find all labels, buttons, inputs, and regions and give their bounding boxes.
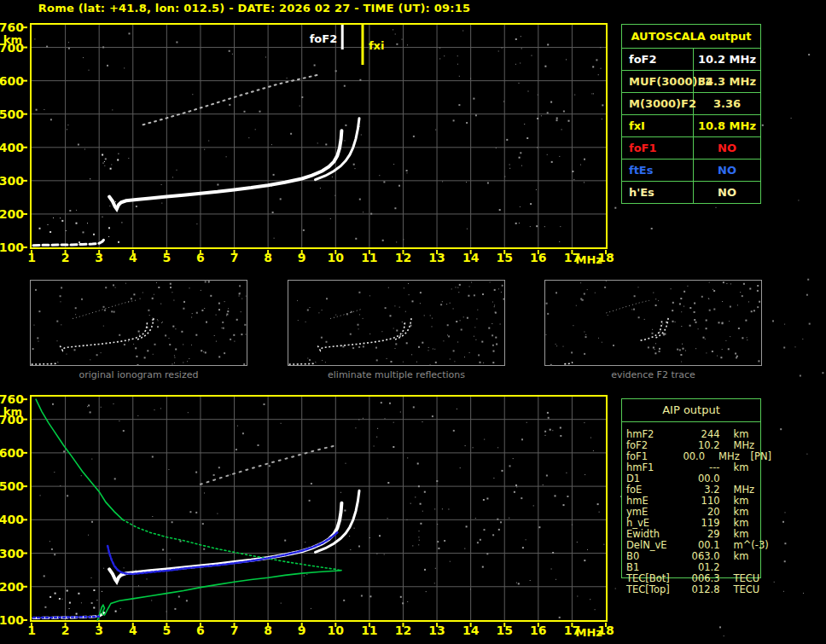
autoscala-row-ftEs: ftEsNO [622, 159, 760, 181]
y-axis-unit-label: km [3, 33, 22, 46]
aip-table-rows: hmF2244kmfoF210.2MHzfoF100.0MHz[PN]hmF1-… [626, 429, 771, 595]
x-tick-label: 10 [328, 251, 345, 264]
top-ionogram-plot: 123456789101112131415161718MHz7607006005… [30, 23, 608, 249]
aip-value: 012.8 [683, 584, 720, 595]
autoscala-table-header: AUTOSCALA output [622, 25, 760, 48]
bottom-ionogram-plot: 123456789101112131415161718MHz7607006005… [30, 395, 608, 622]
y-axis-unit-label: km [3, 405, 22, 418]
autoscala-row-foF2: foF210.2 MHz [622, 48, 760, 70]
autoscala-row-label: ftEs [622, 160, 694, 181]
thumbnail-original-canvas [31, 281, 247, 365]
autoscala-row-label: MUF(3000)F2 [622, 71, 694, 92]
x-tick-label: 4 [129, 251, 137, 264]
aip-extra: [PN] [750, 451, 771, 462]
y-tick-label: 760 [0, 20, 24, 34]
y-tick-label: 760 [0, 392, 24, 406]
aip-table-header: AIP output [622, 399, 760, 422]
x-tick-label: 13 [428, 624, 445, 637]
autoscala-row-value: 34.3 MHz [694, 71, 760, 92]
x-tick-label: 5 [162, 624, 171, 637]
autoscala-row-value: 10.2 MHz [694, 49, 760, 70]
x-tick-label: 9 [298, 251, 306, 264]
thumbnail-evidence-f2-trace [544, 280, 762, 366]
x-tick-label: 8 [264, 624, 272, 637]
autoscala-row-h'Es: h'EsNO [622, 181, 760, 203]
y-tick-label: 500 [0, 107, 24, 121]
thumbnail-eliminate-reflections [288, 280, 505, 366]
x-tick-label: 16 [530, 251, 546, 264]
x-tick-label: 15 [496, 624, 512, 637]
autoscala-row-label: foF2 [622, 49, 694, 70]
aip-row-hmE: hmE110km [626, 496, 771, 507]
y-tick-label: 600 [0, 74, 24, 88]
thumbnail-caption-original: original ionogram resized [30, 369, 247, 380]
aip-label: TEC[Top] [626, 584, 683, 595]
x-tick-label: 14 [462, 624, 480, 637]
top-ionogram-canvas: 123456789101112131415161718MHz7607006005… [32, 25, 606, 247]
autoscala-row-value: 3.36 [694, 93, 760, 114]
thumbnail-evidence-canvas [545, 281, 761, 365]
x-axis-unit-label: MHz [576, 253, 602, 266]
y-tick-label: 500 [0, 479, 24, 493]
y-tick-label: 300 [0, 547, 24, 560]
y-tick-label: 200 [0, 207, 24, 221]
aip-row-TEC[Top]: TEC[Top]012.8TECU [626, 584, 771, 595]
autoscala-table-rows: foF210.2 MHzMUF(3000)F234.3 MHzM(3000)F2… [622, 48, 760, 203]
autoscala-row-label: foF1 [622, 137, 694, 159]
aip-value: 00.0 [674, 451, 705, 462]
thumbnail-caption-evidence: evidence F2 trace [544, 369, 762, 380]
y-tick-label: 200 [0, 580, 24, 594]
x-tick-label: 7 [230, 624, 239, 637]
x-tick-label: 11 [361, 251, 377, 264]
x-axis-unit-label: MHz [576, 626, 602, 639]
marker-label-foF2: foF2 [310, 32, 338, 45]
autoscala-row-MUF(3000)F2: MUF(3000)F234.3 MHz [622, 70, 760, 92]
y-tick-label: 100 [0, 241, 24, 254]
x-tick-label: 5 [162, 251, 171, 264]
autoscala-row-label: fxI [622, 115, 694, 136]
autoscala-row-value: NO [694, 137, 760, 159]
x-tick-label: 12 [395, 251, 411, 264]
y-tick-label: 100 [0, 613, 24, 627]
x-tick-label: 15 [496, 251, 512, 264]
autoscala-row-value: NO [694, 160, 760, 181]
x-tick-label: 7 [230, 251, 239, 264]
y-tick-label: 400 [0, 513, 24, 526]
autoscala-row-M(3000)F2: M(3000)F23.36 [622, 92, 760, 114]
aip-unit: km [720, 462, 771, 473]
x-tick-label: 2 [61, 624, 70, 637]
y-tick-label: 400 [0, 141, 24, 154]
aip-unit: km [720, 551, 771, 562]
x-tick-label: 6 [196, 251, 205, 264]
x-tick-label: 6 [196, 624, 205, 637]
y-tick-label: 300 [0, 174, 24, 188]
thumbnail-caption-eliminate: eliminate multiple reflections [288, 369, 505, 380]
thumbnail-original-ionogram [30, 280, 247, 366]
x-tick-label: 12 [395, 624, 411, 637]
autoscala-window: Rome (lat: +41.8, lon: 012.5) - DATE: 20… [0, 0, 826, 644]
x-tick-label: 1 [27, 624, 36, 637]
x-tick-label: 10 [328, 624, 345, 637]
x-tick-label: 11 [361, 624, 377, 637]
x-tick-label: 1 [27, 251, 36, 264]
thumbnail-eliminate-canvas [288, 281, 504, 365]
aip-unit: TECU [720, 584, 771, 595]
x-tick-label: 14 [462, 251, 480, 264]
autoscala-row-value: 10.8 MHz [694, 115, 760, 136]
autoscala-row-label: h'Es [622, 182, 694, 203]
y-tick-label: 600 [0, 446, 24, 460]
marker-label-fxi: fxi [369, 39, 385, 52]
autoscala-row-value: NO [694, 182, 760, 203]
autoscala-row-fxI: fxI10.8 MHz [622, 114, 760, 136]
x-tick-label: 9 [298, 624, 306, 637]
autoscala-output-table: AUTOSCALA output foF210.2 MHzMUF(3000)F2… [621, 24, 761, 204]
page-title: Rome (lat: +41.8, lon: 012.5) - DATE: 20… [0, 2, 509, 15]
autoscala-row-foF1: foF1NO [622, 136, 760, 159]
x-tick-label: 16 [530, 624, 546, 637]
x-tick-label: 2 [61, 251, 70, 264]
x-tick-label: 4 [129, 624, 137, 637]
x-tick-label: 3 [95, 251, 103, 264]
x-tick-label: 13 [428, 251, 445, 264]
x-tick-label: 8 [264, 251, 272, 264]
bottom-ionogram-canvas: 123456789101112131415161718MHz7607006005… [32, 397, 606, 620]
